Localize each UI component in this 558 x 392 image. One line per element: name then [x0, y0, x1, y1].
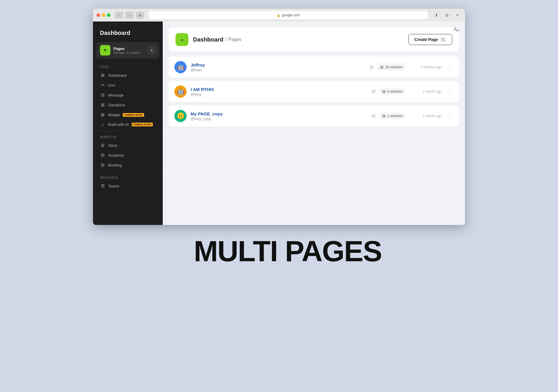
page-time-copy: 1 month ago	[410, 114, 442, 118]
sidebar-pages-item[interactable]: ≡ Pages Manage my pages +	[96, 42, 159, 58]
resource-section-label: RESOURCE	[93, 174, 163, 181]
sidebar-item-donations[interactable]: ⊞ Donations	[93, 100, 163, 110]
sections-icon-rthis: ⊞	[382, 89, 386, 94]
pages-label: Pages	[113, 46, 145, 51]
page-item-rthis: 🤖 I AM RTHIS @heyy ⧉ ⊞ 0 sections 1 mont…	[169, 81, 459, 102]
pages-icon: ≡	[100, 45, 110, 56]
breadcrumb-separator: /	[225, 37, 226, 43]
more-menu-copy[interactable]: ⋮	[446, 112, 453, 120]
sections-icon: ⊞	[380, 65, 384, 69]
build-ai-icon: ○	[100, 122, 105, 127]
build-ai-coming-soon-badge: COMING SOON	[132, 123, 153, 126]
page-time-rthis: 1 month ago	[410, 90, 442, 94]
create-page-button[interactable]: Create Page C	[408, 34, 452, 45]
copy-icon-rthis[interactable]: ⧉	[372, 89, 375, 94]
lock-icon: 🔒	[277, 14, 280, 17]
breadcrumb-title: Dashboard	[193, 36, 223, 43]
page-name-rthis: I AM RTHIS	[191, 87, 364, 92]
sidebar: Dashboard ≡ Pages Manage my pages + PAGE…	[93, 22, 163, 225]
create-page-label: Create Page	[414, 37, 438, 42]
app-container: Dashboard ≡ Pages Manage my pages + PAGE…	[93, 22, 465, 225]
monetize-section-label: MONETIZE	[93, 133, 163, 140]
page-section-label: PAGE	[93, 63, 163, 70]
big-title: MULTI PAGES	[194, 237, 382, 266]
page-time-jeffrey: 2 months ago	[410, 65, 442, 69]
brand-icon: ⬦	[176, 33, 188, 46]
sidebar-item-crm-label: Crm	[108, 83, 115, 87]
page-handle-rthis: @heyy	[191, 92, 364, 96]
tabs-button[interactable]: ⊞	[136, 12, 144, 19]
browser-titlebar: ‹ › ⊞ 🔒 google.com ⬆ ⧉ ≡	[93, 9, 465, 22]
forward-button[interactable]: ›	[126, 12, 134, 19]
store-icon: ⊟	[100, 143, 105, 148]
donations-icon: ⊞	[100, 102, 105, 108]
sidebar-item-booking[interactable]: ⊟ Booking	[93, 160, 163, 170]
sidebar-item-donations-label: Donations	[108, 103, 125, 107]
copy-icon-jeffrey[interactable]: ⧉	[370, 65, 373, 70]
sections-badge-jeffrey: ⊞ 20 sections	[377, 64, 406, 71]
back-button[interactable]: ‹	[115, 12, 123, 19]
sidebar-divider-2	[93, 172, 163, 172]
sections-count-copy: 1 sections	[387, 114, 403, 118]
create-page-kbd: C	[440, 37, 446, 42]
browser-window: ‹ › ⊞ 🔒 google.com ⬆ ⧉ ≡ Dashboard ≡ Pag…	[93, 9, 465, 225]
sidebar-item-academy[interactable]: ⊟ Academy	[93, 150, 163, 160]
sidebar-item-dashboard[interactable]: ⊞ Dashboard	[93, 70, 163, 80]
sidebar-item-widget[interactable]: ⊞ Widget COMING SOON	[93, 110, 163, 120]
minimize-button[interactable]	[102, 13, 105, 17]
page-item-copy: 😐 My PAGE_copy @heyy_copy ⧉ ⊞ 1 sections…	[169, 105, 459, 127]
sidebar-item-build-ai-label: Build with AI	[108, 122, 129, 127]
translate-button[interactable]: 𝔸ₐ	[453, 26, 459, 33]
breadcrumb: ⬦ Dashboard / Pages	[176, 33, 242, 46]
sections-icon-copy: ⊞	[382, 114, 386, 118]
sidebar-toggle[interactable]: ≡	[453, 12, 462, 19]
sidebar-item-message-label: Message	[108, 93, 124, 97]
window-controls	[96, 13, 110, 17]
avatar-copy: 😐	[174, 110, 187, 122]
close-button[interactable]	[96, 13, 100, 17]
sections-count-jeffrey: 20 sections	[385, 65, 403, 69]
sidebar-item-crm[interactable]: ✂ Crm	[93, 80, 163, 90]
page-name-copy: My PAGE_copy	[191, 111, 364, 116]
academy-icon: ⊟	[100, 153, 105, 158]
more-menu-jeffrey[interactable]: ⋮	[446, 63, 453, 71]
maximize-button[interactable]	[107, 13, 110, 17]
address-bar[interactable]: 🔒 google.com	[149, 11, 428, 19]
sidebar-item-store[interactable]: ⊟ Store	[93, 140, 163, 150]
sections-count-rthis: 0 sections	[387, 90, 403, 94]
page-name-jeffrey: Jeffrey	[191, 62, 362, 67]
main-content: 𝔸ₐ ⬦ Dashboard / Pages Create Page C 🤖	[163, 22, 465, 225]
sidebar-item-store-label: Store	[108, 143, 117, 148]
sections-badge-copy: ⊞ 1 sections	[379, 112, 406, 119]
more-menu-rthis[interactable]: ⋮	[446, 87, 453, 96]
sidebar-item-academy-label: Academy	[108, 153, 124, 157]
widget-coming-soon-badge: COMING SOON	[123, 113, 144, 117]
message-icon: ⊟	[100, 92, 105, 98]
sidebar-divider-1	[93, 131, 163, 131]
sidebar-item-message[interactable]: ⊟ Message	[93, 90, 163, 100]
page-handle-jeffrey: @lmao	[191, 68, 362, 72]
pages-sublabel: Manage my pages	[113, 51, 145, 54]
dashboard-header-card: ⬦ Dashboard / Pages Create Page C	[169, 27, 459, 52]
sidebar-item-booking-label: Booking	[108, 163, 122, 167]
browser-actions: ⬆ ⧉ ≡	[432, 12, 462, 19]
bottom-section: MULTI PAGES	[176, 237, 382, 277]
page-handle-copy: @heyy_copy	[191, 117, 364, 121]
sidebar-item-teams[interactable]: ☰ Teams	[93, 181, 163, 191]
duplicate-button[interactable]: ⧉	[443, 12, 451, 19]
widget-icon: ⊞	[100, 112, 105, 117]
add-page-button[interactable]: +	[148, 46, 156, 54]
copy-icon-copy[interactable]: ⧉	[372, 113, 375, 119]
avatar-jeffrey: 🤖	[174, 61, 187, 73]
avatar-rthis: 🤖	[174, 85, 187, 98]
booking-icon: ⊟	[100, 162, 105, 168]
url-text: google.com	[282, 13, 300, 17]
sections-badge-rthis: ⊞ 0 sections	[379, 88, 406, 95]
sidebar-title: Dashboard	[93, 22, 163, 42]
dashboard-icon: ⊞	[100, 73, 105, 78]
sidebar-item-widget-label: Widget	[108, 113, 120, 117]
share-button[interactable]: ⬆	[432, 12, 441, 19]
teams-icon: ☰	[100, 183, 105, 189]
sidebar-item-build-ai[interactable]: ○ Build with AI COMING SOON	[93, 120, 163, 129]
sidebar-item-teams-label: Teams	[108, 184, 119, 188]
